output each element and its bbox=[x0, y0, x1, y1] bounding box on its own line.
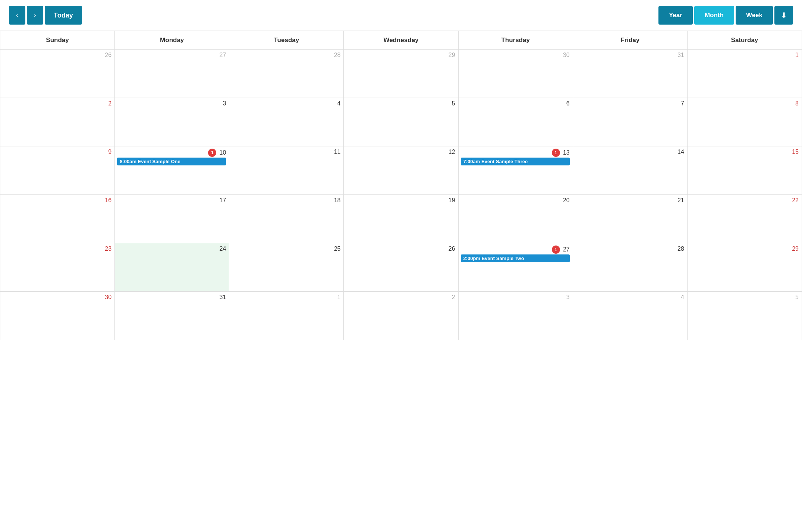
day-number: 17 bbox=[219, 197, 226, 204]
day-header-row: 28 bbox=[575, 246, 684, 252]
day-number: 26 bbox=[105, 52, 111, 58]
day-number: 28 bbox=[334, 52, 341, 58]
event-pill[interactable]: 2:00pm Event Sample Two bbox=[461, 254, 570, 262]
day-header-row: 25 bbox=[232, 246, 340, 252]
event-count-badge: 1 bbox=[208, 149, 216, 157]
day-header-row: 23 bbox=[3, 246, 111, 252]
calendar-cell-w4d3[interactable]: 26 bbox=[344, 243, 458, 292]
calendar-cell-w0d1[interactable]: 27 bbox=[115, 50, 229, 98]
day-number: 23 bbox=[105, 246, 111, 252]
calendar-cell-w3d0[interactable]: 16 bbox=[0, 195, 115, 243]
event-count-badge: 1 bbox=[552, 246, 560, 254]
day-header-row: 110 bbox=[117, 149, 226, 157]
calendar-cell-w0d3[interactable]: 29 bbox=[344, 50, 458, 98]
nav-right: Year Month Week ⬇ bbox=[658, 6, 793, 25]
calendar-cell-w2d1[interactable]: 1108:00am Event Sample One bbox=[115, 146, 229, 195]
calendar-cell-w2d3[interactable]: 12 bbox=[344, 146, 458, 195]
year-view-button[interactable]: Year bbox=[658, 6, 693, 25]
day-header-row: 27 bbox=[117, 52, 226, 58]
month-view-button[interactable]: Month bbox=[694, 6, 734, 25]
day-number: 27 bbox=[219, 52, 226, 58]
calendar-cell-w3d6[interactable]: 22 bbox=[687, 195, 802, 243]
calendar-cell-w1d2[interactable]: 4 bbox=[229, 98, 344, 146]
calendar-cell-w5d1[interactable]: 31 bbox=[115, 292, 229, 340]
day-number: 2 bbox=[108, 100, 111, 107]
calendar-cell-w5d6[interactable]: 5 bbox=[687, 292, 802, 340]
week-view-button[interactable]: Week bbox=[736, 6, 773, 25]
event-pill[interactable]: 8:00am Event Sample One bbox=[117, 158, 226, 165]
day-header-wednesday: Wednesday bbox=[344, 31, 458, 50]
prev-button[interactable]: ‹ bbox=[9, 6, 25, 25]
calendar-cell-w1d3[interactable]: 5 bbox=[344, 98, 458, 146]
calendar-cell-w4d1[interactable]: 24 bbox=[115, 243, 229, 292]
calendar-cell-w0d5[interactable]: 31 bbox=[573, 50, 687, 98]
calendar-cell-w5d2[interactable]: 1 bbox=[229, 292, 344, 340]
day-number: 1 bbox=[795, 52, 799, 58]
calendar-cell-w1d6[interactable]: 8 bbox=[687, 98, 802, 146]
calendar-cell-w5d5[interactable]: 4 bbox=[573, 292, 687, 340]
day-header-row: 29 bbox=[346, 52, 455, 58]
day-number: 3 bbox=[223, 100, 226, 107]
calendar-cell-w1d1[interactable]: 3 bbox=[115, 98, 229, 146]
day-number: 6 bbox=[566, 100, 570, 107]
day-header-friday: Friday bbox=[573, 31, 687, 50]
day-number: 9 bbox=[108, 149, 111, 155]
calendar-cell-w3d2[interactable]: 18 bbox=[229, 195, 344, 243]
day-header-row: 3 bbox=[117, 100, 226, 107]
day-header-saturday: Saturday bbox=[687, 31, 802, 50]
day-header-row: 28 bbox=[232, 52, 340, 58]
day-header-row: 31 bbox=[575, 52, 684, 58]
day-header-row: 21 bbox=[575, 197, 684, 204]
day-number: 27 bbox=[563, 246, 570, 253]
day-number: 2 bbox=[452, 294, 455, 301]
day-header-row: 5 bbox=[690, 294, 799, 301]
day-header-row: 26 bbox=[3, 52, 111, 58]
day-number: 26 bbox=[449, 246, 455, 252]
day-number: 4 bbox=[337, 100, 341, 107]
day-header-row: 26 bbox=[346, 246, 455, 252]
today-button[interactable]: Today bbox=[45, 6, 82, 25]
day-header-row: 4 bbox=[575, 294, 684, 301]
calendar-cell-w4d4[interactable]: 1272:00pm Event Sample Two bbox=[458, 243, 573, 292]
day-header-row: 20 bbox=[461, 197, 570, 204]
calendar-cell-w3d4[interactable]: 20 bbox=[458, 195, 573, 243]
calendar-cell-w5d4[interactable]: 3 bbox=[458, 292, 573, 340]
day-number: 13 bbox=[563, 149, 570, 156]
calendar-cell-w4d6[interactable]: 29 bbox=[687, 243, 802, 292]
calendar-cell-w1d0[interactable]: 2 bbox=[0, 98, 115, 146]
day-header-row: 18 bbox=[232, 197, 340, 204]
calendar-cell-w3d5[interactable]: 21 bbox=[573, 195, 687, 243]
day-number: 12 bbox=[449, 149, 455, 155]
event-pill[interactable]: 7:00am Event Sample Three bbox=[461, 158, 570, 165]
calendar-cell-w5d0[interactable]: 30 bbox=[0, 292, 115, 340]
calendar-cell-w4d0[interactable]: 23 bbox=[0, 243, 115, 292]
calendar-cell-w1d4[interactable]: 6 bbox=[458, 98, 573, 146]
download-button[interactable]: ⬇ bbox=[774, 6, 793, 25]
calendar-cell-w4d2[interactable]: 25 bbox=[229, 243, 344, 292]
calendar-cell-w2d5[interactable]: 14 bbox=[573, 146, 687, 195]
calendar-cell-w0d4[interactable]: 30 bbox=[458, 50, 573, 98]
calendar-cell-w2d6[interactable]: 15 bbox=[687, 146, 802, 195]
day-header-row: 22 bbox=[690, 197, 799, 204]
day-number: 4 bbox=[681, 294, 684, 301]
day-number: 16 bbox=[105, 197, 111, 204]
calendar-cell-w0d6[interactable]: 1 bbox=[687, 50, 802, 98]
calendar-cell-w2d2[interactable]: 11 bbox=[229, 146, 344, 195]
calendar-cell-w1d5[interactable]: 7 bbox=[573, 98, 687, 146]
day-number: 28 bbox=[677, 246, 684, 252]
calendar-cell-w0d2[interactable]: 28 bbox=[229, 50, 344, 98]
calendar-cell-w0d0[interactable]: 26 bbox=[0, 50, 115, 98]
calendar-cell-w4d5[interactable]: 28 bbox=[573, 243, 687, 292]
day-header-row: 113 bbox=[461, 149, 570, 157]
day-header-row: 2 bbox=[3, 100, 111, 107]
calendar-cell-w2d4[interactable]: 1137:00am Event Sample Three bbox=[458, 146, 573, 195]
calendar-cell-w2d0[interactable]: 9 bbox=[0, 146, 115, 195]
calendar-cell-w5d3[interactable]: 2 bbox=[344, 292, 458, 340]
day-header-row: 3 bbox=[461, 294, 570, 301]
day-number: 5 bbox=[795, 294, 799, 301]
next-button[interactable]: › bbox=[27, 6, 43, 25]
calendar-cell-w3d1[interactable]: 17 bbox=[115, 195, 229, 243]
day-header-row: 5 bbox=[346, 100, 455, 107]
calendar-cell-w3d3[interactable]: 19 bbox=[344, 195, 458, 243]
calendar-grid: SundayMondayTuesdayWednesdayThursdayFrid… bbox=[0, 31, 802, 340]
